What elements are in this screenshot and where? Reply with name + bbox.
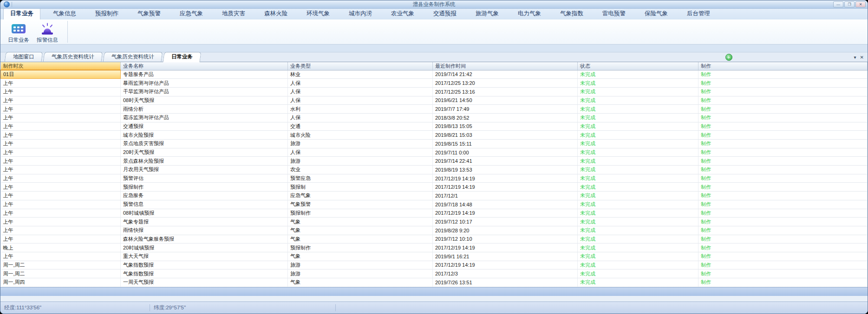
- cell-business-name: 干旱监测与评估产品: [121, 87, 288, 96]
- cell-status: 未完成: [578, 166, 698, 174]
- maximize-button[interactable]: ❐: [844, 1, 855, 7]
- cell-status: 未完成: [578, 226, 698, 235]
- table-row[interactable]: 上午干旱监测与评估产品人保2017/12/25 13:16未完成制作: [1, 87, 868, 96]
- table-row[interactable]: 晚上20时城镇预报预报制作2017/12/19 14:19未完成制作: [1, 244, 868, 252]
- table-row[interactable]: 上午森林火险气象服务预报气象2019/7/12 10:10未完成制作: [1, 235, 868, 244]
- cell-make-link[interactable]: 制作: [698, 209, 868, 218]
- cell-make-link[interactable]: 制作: [698, 235, 868, 244]
- column-header-business-name[interactable]: 业务名称: [121, 62, 288, 70]
- table-row[interactable]: 上午预警信息气象预警2019/7/18 14:48未完成制作: [1, 200, 868, 209]
- table-row[interactable]: 上午霜冻监测与评估产品人保2018/3/8 20:52未完成制作: [1, 113, 868, 122]
- cell-make-link[interactable]: 制作: [698, 183, 868, 192]
- menu-tab[interactable]: 农业气象: [385, 8, 421, 19]
- table-row[interactable]: 周一,周二气象指数预报旅游2017/12/19 14:19未完成制作: [1, 261, 868, 269]
- cell-make-link[interactable]: 制作: [698, 113, 868, 122]
- table-row[interactable]: 周一,周二气象指数预报旅游2017/12/3未完成制作: [1, 269, 868, 278]
- cell-last-make-time: 2017/12/19 14:19: [433, 244, 578, 252]
- tab-daily-business[interactable]: 日常业务: [163, 52, 201, 62]
- tab-weather-history-stats-1[interactable]: 气象历史资料统计: [43, 52, 103, 62]
- menu-tab[interactable]: 交通预报: [427, 8, 463, 19]
- cell-business-type: 农业: [288, 166, 433, 174]
- column-header-make[interactable]: 制作: [698, 62, 868, 70]
- cell-make-link[interactable]: 制作: [698, 96, 868, 105]
- cell-make-link[interactable]: 制作: [698, 105, 868, 114]
- cell-business-type: 气象: [288, 226, 433, 235]
- close-tab-icon[interactable]: ✕: [860, 55, 864, 60]
- menu-tab[interactable]: 后台管理: [680, 8, 717, 19]
- cell-make-time: 上午: [1, 252, 121, 261]
- cell-make-link[interactable]: 制作: [698, 122, 868, 131]
- cell-last-make-time: 2019/8/28 9:20: [433, 226, 578, 235]
- menu-tab[interactable]: 森林火险: [258, 8, 294, 19]
- table-row[interactable]: 周一,周四一周天气预报气象2019/7/26 13:51未完成制作: [1, 278, 868, 287]
- cell-business-name: 景点地质灾害预报: [121, 140, 288, 148]
- table-row[interactable]: 上午气象专题报气象2019/7/12 10:17未完成制作: [1, 218, 868, 226]
- menu-tab[interactable]: 保险气象: [638, 8, 674, 19]
- table-row[interactable]: 上午重大天气报气象2019/9/1 16:21未完成制作: [1, 252, 868, 261]
- cell-make-link[interactable]: 制作: [698, 79, 868, 88]
- table-row[interactable]: 上午雨情分析水利2019/7/7 17:49未完成制作: [1, 105, 868, 114]
- chevron-down-icon[interactable]: ▾: [854, 55, 856, 60]
- cell-make-link[interactable]: 制作: [698, 157, 868, 166]
- table-row[interactable]: 01日专题服务产品林业2019/7/14 21:42未完成制作: [1, 70, 868, 79]
- menu-tab[interactable]: 气象预警: [131, 8, 167, 19]
- tab-map-window[interactable]: 地图窗口: [5, 52, 43, 62]
- cell-make-link[interactable]: 制作: [698, 148, 868, 157]
- menu-tab[interactable]: 气象信息: [46, 8, 83, 19]
- column-header-last-make-time[interactable]: 最近制作时间: [433, 62, 578, 70]
- column-header-status[interactable]: 状态: [578, 62, 698, 70]
- daily-business-grid-icon: [11, 22, 26, 36]
- table-row[interactable]: 上午交通预报交通2019/8/13 15:05未完成制作: [1, 122, 868, 131]
- cell-make-link[interactable]: 制作: [698, 261, 868, 269]
- minimize-button[interactable]: —: [833, 1, 843, 7]
- column-header-business-type[interactable]: 业务类型: [288, 62, 433, 70]
- cell-make-link[interactable]: 制作: [698, 174, 868, 183]
- menu-tab[interactable]: 城市内涝: [342, 8, 379, 19]
- cell-make-link[interactable]: 制作: [698, 278, 868, 287]
- cell-make-link[interactable]: 制作: [698, 218, 868, 226]
- cell-make-link[interactable]: 制作: [698, 166, 868, 174]
- menu-tab[interactable]: 地质灾害: [215, 8, 252, 19]
- add-tab-button[interactable]: +: [725, 54, 732, 61]
- menu-tab[interactable]: 预报制作: [89, 8, 125, 19]
- table-row[interactable]: 上午暴雨监测与评估产品人保2017/12/25 13:20未完成制作: [1, 79, 868, 88]
- cell-make-link[interactable]: 制作: [698, 200, 868, 209]
- cell-business-name: 预警评估: [121, 174, 288, 183]
- cell-make-link[interactable]: 制作: [698, 131, 868, 140]
- menu-tab[interactable]: 日常业务: [3, 8, 40, 19]
- cell-last-make-time: 2019/8/21 15:03: [433, 131, 578, 140]
- cell-make-link[interactable]: 制作: [698, 140, 868, 148]
- cell-make-link[interactable]: 制作: [698, 244, 868, 252]
- table-row[interactable]: 上午预警评估预警应急2017/12/19 14:19未完成制作: [1, 174, 868, 183]
- close-button[interactable]: ✕: [855, 1, 866, 7]
- cell-make-link[interactable]: 制作: [698, 192, 868, 200]
- menu-tab[interactable]: 电力气象: [511, 8, 548, 19]
- table-row[interactable]: 上午08时天气预报人保2019/6/21 14:50未完成制作: [1, 96, 868, 105]
- table-row[interactable]: 上午08时城镇预报预报制作2017/12/19 14:19未完成制作: [1, 209, 868, 218]
- table-row[interactable]: 上午月农用天气预报农业2019/8/19 13:53未完成制作: [1, 166, 868, 174]
- column-header-make-time[interactable]: 制作时次: [1, 62, 121, 70]
- cell-make-link[interactable]: 制作: [698, 252, 868, 261]
- table-row[interactable]: 上午城市火险预报城市火险2019/8/21 15:03未完成制作: [1, 131, 868, 140]
- cell-make-link[interactable]: 制作: [698, 87, 868, 96]
- menu-tab[interactable]: 旅游气象: [469, 8, 505, 19]
- table-row[interactable]: 上午应急服务应急气象2017/12/1未完成制作: [1, 192, 868, 200]
- table-row[interactable]: 上午20时天气预报人保2019/7/11 0:00未完成制作: [1, 148, 868, 157]
- cell-make-link[interactable]: 制作: [698, 269, 868, 278]
- table-row[interactable]: 上午雨情快报气象2019/8/28 9:20未完成制作: [1, 226, 868, 235]
- table-row[interactable]: 上午景点地质灾害预报旅游2019/8/15 15:11未完成制作: [1, 140, 868, 148]
- menu-tab[interactable]: 雷电预警: [596, 8, 632, 19]
- table-row[interactable]: 上午预报制作预报制2017/12/19 14:19未完成制作: [1, 183, 868, 192]
- cell-business-type: 气象预警: [288, 200, 433, 209]
- daily-business-button[interactable]: 日常业务: [4, 20, 33, 44]
- menu-tab[interactable]: 应急气象: [173, 8, 209, 19]
- tab-weather-history-stats-2[interactable]: 气象历史资料统计: [103, 52, 163, 62]
- cell-make-link[interactable]: 制作: [698, 70, 868, 79]
- cell-business-type: 水利: [288, 105, 433, 114]
- alarm-info-button[interactable]: 报警信息: [33, 20, 62, 44]
- table-row[interactable]: 上午景点森林火险预报旅游2019/7/14 22:41未完成制作: [1, 157, 868, 166]
- menu-tab[interactable]: 气象指数: [554, 8, 590, 19]
- menu-tab[interactable]: 环境气象: [300, 8, 336, 19]
- cell-make-link[interactable]: 制作: [698, 226, 868, 235]
- cell-make-time: 上午: [1, 122, 121, 131]
